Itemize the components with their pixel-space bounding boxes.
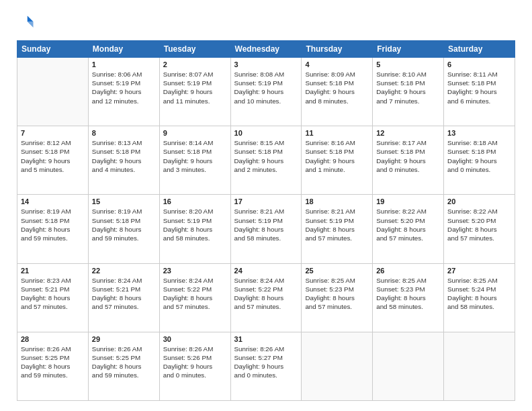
day-info: Sunrise: 8:06 AMSunset: 5:19 PMDaylight:… — [92, 70, 156, 105]
day-number: 26 — [376, 267, 440, 275]
calendar-table: SundayMondayTuesdayWednesdayThursdayFrid… — [17, 40, 515, 401]
day-number: 10 — [234, 129, 298, 137]
calendar-cell: 12Sunrise: 8:17 AMSunset: 5:18 PMDayligh… — [373, 126, 444, 195]
header — [17, 13, 515, 32]
day-info: Sunrise: 8:08 AMSunset: 5:19 PMDaylight:… — [234, 70, 298, 105]
calendar-cell: 7Sunrise: 8:12 AMSunset: 5:18 PMDaylight… — [17, 126, 89, 195]
day-number: 11 — [305, 129, 369, 137]
calendar-cell: 24Sunrise: 8:24 AMSunset: 5:22 PMDayligh… — [230, 263, 302, 332]
day-number: 12 — [376, 129, 440, 137]
page: SundayMondayTuesdayWednesdayThursdayFrid… — [0, 0, 532, 411]
calendar-cell: 6Sunrise: 8:11 AMSunset: 5:18 PMDaylight… — [444, 58, 515, 126]
calendar-cell: 14Sunrise: 8:19 AMSunset: 5:18 PMDayligh… — [17, 195, 89, 263]
calendar-header: SundayMondayTuesdayWednesdayThursdayFrid… — [17, 41, 515, 58]
logo-icon — [17, 13, 36, 32]
day-number: 27 — [447, 267, 511, 275]
calendar-cell: 26Sunrise: 8:25 AMSunset: 5:23 PMDayligh… — [373, 263, 444, 332]
calendar-cell: 30Sunrise: 8:26 AMSunset: 5:26 PMDayligh… — [159, 332, 230, 400]
day-number: 21 — [21, 267, 85, 275]
svg-marker-1 — [28, 21, 34, 28]
day-number: 14 — [21, 197, 85, 205]
day-info: Sunrise: 8:26 AMSunset: 5:27 PMDaylight:… — [234, 345, 298, 380]
calendar-cell: 22Sunrise: 8:24 AMSunset: 5:21 PMDayligh… — [88, 263, 159, 332]
calendar-cell — [302, 332, 373, 400]
week-row-4: 21Sunrise: 8:23 AMSunset: 5:21 PMDayligh… — [17, 263, 515, 332]
day-number: 9 — [163, 129, 227, 137]
week-row-3: 14Sunrise: 8:19 AMSunset: 5:18 PMDayligh… — [17, 195, 515, 263]
calendar-body: 1Sunrise: 8:06 AMSunset: 5:19 PMDaylight… — [17, 58, 515, 401]
calendar-cell: 31Sunrise: 8:26 AMSunset: 5:27 PMDayligh… — [230, 332, 302, 400]
calendar-cell: 10Sunrise: 8:15 AMSunset: 5:18 PMDayligh… — [230, 126, 302, 195]
day-info: Sunrise: 8:21 AMSunset: 5:19 PMDaylight:… — [234, 207, 298, 242]
calendar-cell: 3Sunrise: 8:08 AMSunset: 5:19 PMDaylight… — [230, 58, 302, 126]
day-number: 15 — [92, 197, 156, 205]
calendar-cell — [444, 332, 515, 400]
day-info: Sunrise: 8:19 AMSunset: 5:18 PMDaylight:… — [92, 207, 156, 242]
header-day-saturday: Saturday — [444, 41, 515, 58]
day-info: Sunrise: 8:25 AMSunset: 5:23 PMDaylight:… — [376, 276, 440, 312]
week-row-1: 1Sunrise: 8:06 AMSunset: 5:19 PMDaylight… — [17, 58, 515, 126]
day-info: Sunrise: 8:12 AMSunset: 5:18 PMDaylight:… — [21, 138, 85, 174]
calendar-cell: 17Sunrise: 8:21 AMSunset: 5:19 PMDayligh… — [230, 195, 302, 263]
calendar-cell: 4Sunrise: 8:09 AMSunset: 5:18 PMDaylight… — [302, 58, 373, 126]
day-number: 28 — [21, 335, 85, 343]
calendar-cell: 25Sunrise: 8:25 AMSunset: 5:23 PMDayligh… — [302, 263, 373, 332]
day-info: Sunrise: 8:24 AMSunset: 5:22 PMDaylight:… — [234, 276, 298, 312]
day-number: 29 — [92, 335, 156, 343]
day-number: 20 — [447, 197, 511, 205]
calendar-cell: 21Sunrise: 8:23 AMSunset: 5:21 PMDayligh… — [17, 263, 89, 332]
calendar-cell: 18Sunrise: 8:21 AMSunset: 5:19 PMDayligh… — [302, 195, 373, 263]
day-info: Sunrise: 8:24 AMSunset: 5:21 PMDaylight:… — [92, 276, 156, 312]
logo — [17, 13, 38, 32]
day-info: Sunrise: 8:25 AMSunset: 5:24 PMDaylight:… — [447, 276, 511, 312]
day-number: 22 — [92, 267, 156, 275]
day-info: Sunrise: 8:26 AMSunset: 5:26 PMDaylight:… — [163, 345, 227, 380]
day-number: 25 — [305, 267, 369, 275]
day-number: 31 — [234, 335, 298, 343]
calendar-cell: 28Sunrise: 8:26 AMSunset: 5:25 PMDayligh… — [17, 332, 89, 400]
day-info: Sunrise: 8:26 AMSunset: 5:25 PMDaylight:… — [92, 345, 156, 380]
week-row-5: 28Sunrise: 8:26 AMSunset: 5:25 PMDayligh… — [17, 332, 515, 400]
day-number: 13 — [447, 129, 511, 137]
day-info: Sunrise: 8:26 AMSunset: 5:25 PMDaylight:… — [21, 345, 85, 380]
day-number: 18 — [305, 197, 369, 205]
day-info: Sunrise: 8:22 AMSunset: 5:20 PMDaylight:… — [376, 207, 440, 242]
calendar-cell: 27Sunrise: 8:25 AMSunset: 5:24 PMDayligh… — [444, 263, 515, 332]
header-day-tuesday: Tuesday — [159, 41, 230, 58]
day-info: Sunrise: 8:21 AMSunset: 5:19 PMDaylight:… — [305, 207, 369, 242]
day-number: 1 — [92, 60, 156, 68]
day-number: 6 — [447, 60, 511, 68]
week-row-2: 7Sunrise: 8:12 AMSunset: 5:18 PMDaylight… — [17, 126, 515, 195]
day-number: 30 — [163, 335, 227, 343]
day-info: Sunrise: 8:18 AMSunset: 5:18 PMDaylight:… — [447, 138, 511, 174]
day-number: 24 — [234, 267, 298, 275]
calendar-cell: 15Sunrise: 8:19 AMSunset: 5:18 PMDayligh… — [88, 195, 159, 263]
day-info: Sunrise: 8:09 AMSunset: 5:18 PMDaylight:… — [305, 70, 369, 105]
calendar-cell: 11Sunrise: 8:16 AMSunset: 5:18 PMDayligh… — [302, 126, 373, 195]
calendar-cell: 8Sunrise: 8:13 AMSunset: 5:18 PMDaylight… — [88, 126, 159, 195]
header-day-monday: Monday — [88, 41, 159, 58]
day-info: Sunrise: 8:13 AMSunset: 5:18 PMDaylight:… — [92, 138, 156, 174]
calendar-cell: 9Sunrise: 8:14 AMSunset: 5:18 PMDaylight… — [159, 126, 230, 195]
header-day-thursday: Thursday — [302, 41, 373, 58]
day-number: 7 — [21, 129, 85, 137]
day-info: Sunrise: 8:16 AMSunset: 5:18 PMDaylight:… — [305, 138, 369, 174]
day-number: 23 — [163, 267, 227, 275]
day-number: 2 — [163, 60, 227, 68]
day-info: Sunrise: 8:25 AMSunset: 5:23 PMDaylight:… — [305, 276, 369, 312]
calendar-cell: 13Sunrise: 8:18 AMSunset: 5:18 PMDayligh… — [444, 126, 515, 195]
day-info: Sunrise: 8:17 AMSunset: 5:18 PMDaylight:… — [376, 138, 440, 174]
day-info: Sunrise: 8:11 AMSunset: 5:18 PMDaylight:… — [447, 70, 511, 105]
calendar-cell: 20Sunrise: 8:22 AMSunset: 5:20 PMDayligh… — [444, 195, 515, 263]
header-day-friday: Friday — [373, 41, 444, 58]
day-info: Sunrise: 8:07 AMSunset: 5:19 PMDaylight:… — [163, 70, 227, 105]
day-info: Sunrise: 8:14 AMSunset: 5:18 PMDaylight:… — [163, 138, 227, 174]
day-number: 17 — [234, 197, 298, 205]
day-number: 5 — [376, 60, 440, 68]
day-number: 8 — [92, 129, 156, 137]
day-info: Sunrise: 8:23 AMSunset: 5:21 PMDaylight:… — [21, 276, 85, 312]
day-info: Sunrise: 8:15 AMSunset: 5:18 PMDaylight:… — [234, 138, 298, 174]
day-number: 16 — [163, 197, 227, 205]
day-number: 3 — [234, 60, 298, 68]
calendar-cell: 23Sunrise: 8:24 AMSunset: 5:22 PMDayligh… — [159, 263, 230, 332]
